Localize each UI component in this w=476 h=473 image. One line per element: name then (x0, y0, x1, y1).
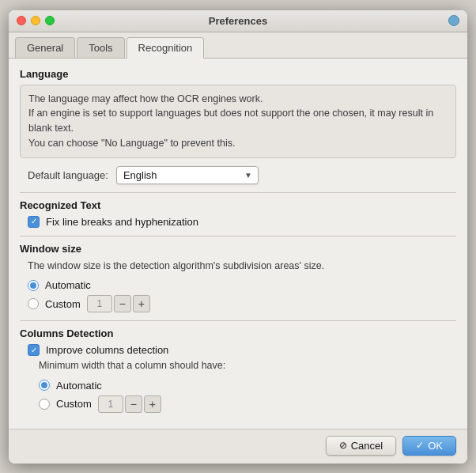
window-size-spinner: − + (87, 295, 150, 312)
maximize-button[interactable] (45, 16, 55, 25)
columns-automatic-row: Automatic (31, 380, 456, 392)
ok-label: OK (428, 440, 443, 452)
main-content: Language The language may affect how the… (9, 59, 467, 429)
language-select[interactable]: English No Language French German Spanis… (116, 166, 259, 184)
improve-columns-label: Improve columns detection (46, 344, 168, 356)
language-info-box: The language may affect how the OCR engi… (20, 85, 456, 158)
columns-increment-button[interactable]: + (144, 395, 161, 413)
bottom-bar: ⊘ Cancel ✓ OK (9, 429, 467, 464)
columns-decrement-button[interactable]: − (125, 395, 142, 413)
language-section-title: Language (20, 68, 456, 80)
window-size-custom-label: Custom (45, 298, 81, 310)
columns-spinner: − + (98, 395, 161, 413)
cancel-icon: ⊘ (339, 440, 347, 451)
preferences-window: Preferences General Tools Recognition La… (9, 10, 467, 464)
window-title: Preferences (209, 15, 267, 27)
info-line2: If an engine is set to support languages… (28, 106, 448, 136)
divider-3 (20, 320, 456, 321)
recognized-text-section: Recognized Text ✓ Fix line breaks and hy… (20, 199, 456, 228)
improve-columns-checkbox[interactable]: ✓ (28, 344, 40, 356)
default-language-label: Default language: (28, 169, 108, 181)
window-size-increment-button[interactable]: + (133, 295, 150, 312)
default-language-row: Default language: English No Language Fr… (20, 166, 456, 184)
divider-2 (20, 236, 456, 236)
minimize-button[interactable] (31, 16, 40, 25)
fix-line-breaks-label: Fix line breaks and hyphenization (46, 216, 198, 228)
divider-1 (20, 192, 456, 193)
traffic-lights (17, 16, 55, 25)
window-size-automatic-radio[interactable] (28, 280, 39, 291)
columns-custom-radio[interactable] (39, 399, 50, 410)
columns-detection-title: Columns Detection (20, 327, 456, 339)
window-size-automatic-row: Automatic (20, 279, 456, 291)
columns-custom-label: Custom (56, 398, 92, 410)
info-line3: You can choose "No Language" to prevent … (28, 136, 448, 151)
window-size-title: Window size (20, 243, 456, 255)
tab-general[interactable]: General (15, 37, 75, 58)
ok-icon: ✓ (416, 440, 424, 451)
window-size-desc: The window size is the detection algorit… (20, 259, 456, 274)
close-button[interactable] (17, 16, 26, 25)
tab-recognition[interactable]: Recognition (127, 37, 205, 59)
checkmark-icon: ✓ (31, 218, 37, 225)
window-size-custom-radio[interactable] (28, 298, 39, 309)
columns-detection-section: Columns Detection ✓ Improve columns dete… (20, 327, 456, 413)
language-select-wrap: English No Language French German Spanis… (116, 166, 259, 184)
improve-columns-row: ✓ Improve columns detection (20, 344, 456, 356)
fix-line-breaks-checkbox[interactable]: ✓ (28, 216, 40, 228)
window-size-input[interactable] (87, 295, 112, 312)
min-width-desc: Minimum width that a column should have: (31, 359, 456, 373)
tab-tools[interactable]: Tools (77, 37, 124, 58)
window-size-section: Window size The window size is the detec… (20, 243, 456, 313)
fix-line-breaks-row: ✓ Fix line breaks and hyphenization (20, 216, 456, 228)
columns-custom-row: Custom − + (31, 395, 456, 413)
window-size-automatic-label: Automatic (45, 279, 91, 291)
titlebar: Preferences (9, 10, 467, 32)
info-line1: The language may affect how the OCR engi… (28, 92, 448, 107)
language-section: Language The language may affect how the… (20, 68, 456, 184)
recognized-text-title: Recognized Text (20, 199, 456, 211)
ok-button[interactable]: ✓ OK (402, 436, 456, 456)
improve-checkmark-icon: ✓ (31, 346, 37, 354)
columns-sub-section: Minimum width that a column should have:… (20, 359, 456, 413)
help-button[interactable] (448, 15, 459, 26)
window-size-decrement-button[interactable]: − (114, 295, 131, 312)
cancel-button[interactable]: ⊘ Cancel (326, 436, 396, 456)
cancel-label: Cancel (351, 440, 383, 452)
window-size-custom-row: Custom − + (20, 295, 456, 312)
columns-automatic-radio[interactable] (39, 380, 50, 391)
columns-automatic-label: Automatic (56, 380, 102, 392)
columns-custom-input[interactable] (98, 395, 123, 413)
tabs-bar: General Tools Recognition (9, 32, 467, 59)
